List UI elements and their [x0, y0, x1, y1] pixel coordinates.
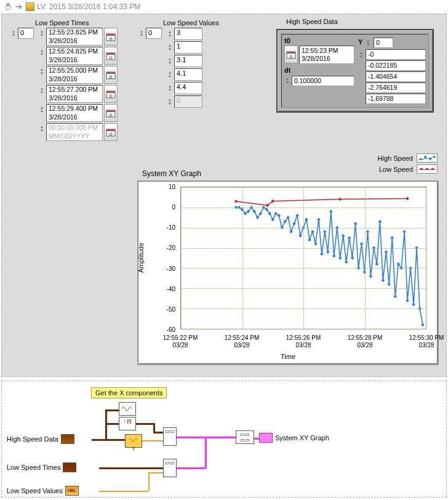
terminal-low-speed-values[interactable]: Low Speed Values DBL: [7, 486, 79, 496]
value-spinner[interactable]: [167, 55, 173, 67]
time-value[interactable]: 12:55:25.000 PM3/28/2016: [46, 66, 103, 84]
t0-time: 12:55:23 PM: [302, 47, 352, 55]
legend-low-label: Low Speed: [379, 166, 413, 173]
calendar-button[interactable]: [104, 28, 118, 46]
y-array-value[interactable]: -1.69788: [366, 94, 426, 104]
time-value[interactable]: 12:55:29.400 PM3/28/2016: [46, 104, 103, 122]
terminal-high-speed-data-label: High Speed Data: [7, 435, 58, 443]
value-field[interactable]: 0: [174, 95, 202, 108]
value-spinner[interactable]: [167, 83, 173, 94]
low-speed-value-row: 4.4: [167, 82, 202, 94]
y-value-spinner[interactable]: [358, 49, 364, 60]
time-spinner[interactable]: [39, 123, 45, 134]
y-array-value[interactable]: -1.404654: [366, 71, 426, 82]
t0-value[interactable]: 12:55:23 PM 3/28/2016: [299, 46, 354, 64]
series-marker: [354, 222, 358, 225]
series-marker: [317, 218, 321, 222]
series-marker: [393, 295, 397, 299]
series-marker: [295, 214, 299, 217]
low-speed-times-index[interactable]: 0: [18, 28, 34, 39]
low-speed-times-index-spinner[interactable]: [10, 28, 17, 39]
y-array-value[interactable]: -0.022185: [366, 60, 426, 71]
series-marker: [348, 236, 351, 240]
series-marker: [412, 303, 415, 307]
time-value[interactable]: 00:00:00.000 PMMM/DD/YYYY: [46, 123, 103, 141]
low-speed-values-index[interactable]: 0: [146, 28, 162, 39]
value-spinner[interactable]: [167, 42, 173, 53]
series-marker: [378, 220, 382, 224]
series-marker: [308, 238, 311, 242]
time-value[interactable]: 12:55:23.825 PM3/28/2016: [46, 28, 103, 46]
series-marker: [298, 234, 302, 238]
node-get-time-array[interactable]: ↓ [t]: [119, 417, 136, 430]
value-field[interactable]: 4.1: [174, 68, 202, 81]
y-tick-label: -60: [141, 326, 175, 333]
svg-rect-1: [106, 34, 115, 36]
value-spinner[interactable]: [167, 96, 173, 107]
xy-graph[interactable]: Amplitude Time 100-10-20-30-40-50-60 12:…: [137, 180, 439, 365]
value-field[interactable]: 1: [174, 41, 202, 54]
legend-low-swatch[interactable]: [417, 164, 438, 174]
x-tick-label: 12:55:24 PM 03/28: [217, 334, 266, 349]
time-spinner[interactable]: [39, 47, 45, 58]
value-field[interactable]: 4.4: [174, 82, 202, 94]
y-array-value[interactable]: -2.764619: [366, 83, 426, 93]
calendar-button[interactable]: [104, 123, 118, 141]
series-marker: [406, 197, 409, 201]
node-bundle-high[interactable]: ▭▭: [163, 427, 177, 446]
y-tick-label: 0: [141, 204, 175, 211]
terminal-system-xy-graph[interactable]: System XY Graph: [259, 433, 329, 443]
plot-area[interactable]: [180, 187, 426, 329]
low-speed-values-index-spinner[interactable]: [138, 28, 145, 39]
svg-rect-4: [106, 53, 115, 55]
dt-spinner[interactable]: [284, 75, 290, 86]
graph-legend: High Speed Low Speed: [378, 153, 438, 175]
high-speed-data-cluster: t0 12:55:23 PM 3/28/2016 dt 0.100000: [276, 29, 434, 113]
t0-calendar-button[interactable]: [284, 46, 298, 63]
value-field[interactable]: 3.1: [174, 55, 202, 67]
terminal-high-speed-data[interactable]: High Speed Data: [7, 434, 74, 444]
node-build-array[interactable]: ▭▭▭▭: [236, 430, 254, 444]
value-spinner[interactable]: [167, 69, 173, 80]
node-bundle-low[interactable]: ▭▭: [163, 459, 177, 477]
y-index[interactable]: 0: [374, 38, 393, 48]
series-marker: [326, 250, 330, 254]
time-spinner[interactable]: [39, 66, 45, 77]
y-array-value[interactable]: -0: [366, 49, 426, 60]
calendar-button[interactable]: [104, 104, 118, 122]
time-value[interactable]: 12:55:27.200 PM3/28/2016: [46, 85, 103, 103]
terminal-low-speed-times-label: Low Speed Times: [7, 464, 60, 471]
dbl-array-icon: DBL: [65, 486, 79, 496]
node-get-y[interactable]: Y: [125, 434, 142, 448]
terminal-low-speed-times[interactable]: Low Speed Times: [7, 462, 76, 472]
value-field[interactable]: 3: [174, 28, 202, 40]
time-value[interactable]: 12:55:24.825 PM3/28/2016: [46, 47, 103, 65]
low-speed-value-row: 3.1: [167, 55, 202, 67]
time-spinner[interactable]: [39, 28, 45, 39]
y-tick-label: -40: [141, 285, 175, 292]
calendar-button[interactable]: [104, 47, 118, 65]
legend-high-swatch[interactable]: [417, 153, 438, 163]
y-label: Y: [358, 38, 362, 46]
legend-high-label: High Speed: [378, 155, 414, 162]
vi-icon: [26, 2, 34, 11]
time-spinner[interactable]: [39, 104, 45, 115]
value-spinner[interactable]: [167, 28, 173, 39]
y-index-spinner[interactable]: [365, 37, 371, 48]
block-diagram: Get the X components High Speed Data Low…: [1, 381, 447, 498]
calendar-button[interactable]: [104, 66, 118, 84]
series-marker: [406, 299, 409, 302]
series-marker: [329, 210, 333, 214]
time-spinner[interactable]: [39, 85, 45, 96]
dt-value[interactable]: 0.100000: [292, 76, 354, 86]
calendar-button[interactable]: [104, 85, 118, 103]
graph-title: System XY Graph: [142, 169, 201, 178]
series-marker: [234, 200, 238, 203]
x-tick-label: 12:55:22 PM 03/28: [156, 334, 205, 349]
node-waveform[interactable]: [119, 402, 136, 416]
series-line: [236, 208, 423, 325]
low-speed-time-row: 12:55:29.400 PM3/28/2016: [39, 104, 118, 122]
low-speed-value-row: 3: [167, 28, 202, 40]
comment-get-x-components: Get the X components: [91, 387, 167, 398]
series-marker: [382, 278, 385, 282]
